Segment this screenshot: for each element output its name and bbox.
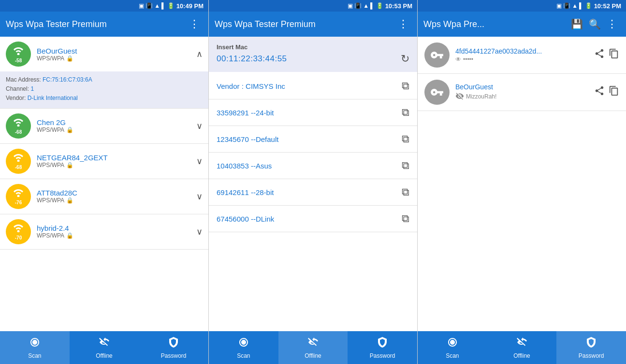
mac-result-0[interactable]: Vendor : CIMSYS Inc ⧉ — [209, 73, 417, 99]
share-icon-0[interactable] — [594, 48, 605, 62]
saved-passwords-list: 4fd54441227ae0032ada2d... 👁 ••••• — [418, 37, 626, 331]
saved-item-1: BeOurGuest MizzouRah! — [418, 74, 626, 111]
eye-hidden-icon-1 — [455, 92, 464, 102]
wifi-icon: ▲ — [154, 2, 160, 9]
status-bar-1: ▣ 📳 ▲ ▌ 🔋 10:49 PM — [0, 0, 208, 12]
chevron-icon-2[interactable]: ∨ — [196, 156, 203, 167]
scan-label-1: Scan — [28, 352, 41, 359]
tab-password-2[interactable]: Password — [348, 331, 417, 364]
eye-icon-0: 👁 — [455, 56, 461, 63]
saved-network-name-1: BeOurGuest — [455, 83, 588, 91]
app-title-1: Wps Wpa Tester Premium — [6, 19, 186, 29]
network-type-3: WPS/WPA 🔒 — [37, 197, 196, 204]
tab-scan-2[interactable]: Scan — [209, 331, 278, 364]
status-time-3: 10:52 PM — [594, 2, 621, 10]
mac-result-4[interactable]: 69142611 --28-bit ⧉ — [209, 179, 417, 206]
network-row-2[interactable]: -68 NETGEAR84_2GEXT WPS/WPA 🔒 ∨ — [0, 144, 208, 179]
svg-point-3 — [17, 195, 20, 197]
copy-icon-0[interactable]: ⧉ — [402, 80, 409, 92]
battery-icon: 🔋 — [167, 2, 175, 9]
network-row-1[interactable]: -68 Chen 2G WPS/WPA 🔒 ∨ — [0, 109, 208, 143]
network-type-2: WPS/WPA 🔒 — [37, 162, 196, 168]
network-detail-0: Mac Address: FC:75:16:C7:03:6A Channel: … — [0, 71, 208, 108]
network-row-3[interactable]: -76 ATT8tad28C WPS/WPA 🔒 ∨ — [0, 179, 208, 214]
network-type-1: WPS/WPA 🔒 — [37, 126, 196, 133]
wifi-signal-icon-0 — [12, 45, 25, 58]
mac-result-2[interactable]: 12345670 --Default ⧉ — [209, 126, 417, 153]
share-icon-1[interactable] — [594, 85, 605, 99]
save-button-3[interactable]: 💾 — [568, 16, 586, 32]
wifi-signal-icon-3 — [12, 187, 25, 200]
search-button-3[interactable]: 🔍 — [586, 16, 604, 32]
password-label-1: Password — [161, 352, 187, 359]
svg-point-5 — [33, 341, 36, 344]
tab-scan-3[interactable]: Scan — [418, 331, 487, 364]
tab-password-1[interactable]: Password — [139, 331, 208, 364]
copy-icon-1[interactable]: ⧉ — [402, 106, 409, 119]
network-type-4: WPS/WPA 🔒 — [37, 232, 196, 239]
wifi-signal-icon-4 — [12, 223, 25, 235]
tab-scan-1[interactable]: Scan — [0, 331, 70, 364]
copy-icon-4[interactable]: ⧉ — [402, 186, 409, 198]
vibrate-icon: 📳 — [146, 2, 153, 9]
menu-button-1[interactable]: ⋮ — [186, 16, 203, 32]
chevron-icon-4[interactable]: ∨ — [196, 226, 203, 237]
network-info-0: BeOurGuest WPS/WPA 🔒 — [37, 47, 196, 62]
mac-result-3[interactable]: 10403853 --Asus ⧉ — [209, 153, 417, 179]
saved-item-0: 4fd54441227ae0032ada2d... 👁 ••••• — [418, 37, 626, 74]
scan-icon-2 — [238, 336, 249, 351]
network-item-0: -58 BeOurGuest WPS/WPA 🔒 ∧ Mac Address: … — [0, 37, 208, 109]
offline-label-2: Offline — [305, 352, 321, 359]
network-row-4[interactable]: -70 hybrid-2.4 WPS/WPA 🔒 ∨ — [0, 214, 208, 249]
signal-strength-1: -68 — [15, 129, 22, 135]
app-bar-2: Wps Wpa Tester Premium ⋮ — [209, 12, 417, 37]
offline-icon-2 — [307, 336, 319, 351]
tab-offline-3[interactable]: Offline — [487, 331, 557, 364]
mac-result-text-2: 12345670 --Default — [217, 135, 278, 143]
lock-icon-1: 🔒 — [66, 126, 73, 133]
lock-icon-2: 🔒 — [66, 162, 73, 168]
refresh-button[interactable]: ↻ — [401, 53, 409, 65]
offline-label-3: Offline — [513, 352, 530, 359]
network-name-1: Chen 2G — [37, 118, 196, 126]
scan-label-2: Scan — [237, 352, 250, 359]
signal-strength-4: -70 — [15, 235, 22, 240]
mac-input-value[interactable]: 00:11:22:33:44:55 — [217, 54, 287, 64]
password-icon-1 — [168, 336, 179, 351]
copy-icon-saved-1[interactable] — [609, 85, 619, 99]
wifi-icon-3: ▲ — [572, 2, 578, 9]
saved-sub-0: 👁 ••••• — [455, 56, 588, 63]
svg-point-7 — [451, 341, 454, 344]
mac-content: Insert Mac 00:11:22:33:44:55 ↻ Vendor : … — [209, 37, 417, 331]
menu-button-2[interactable]: ⋮ — [395, 16, 411, 32]
chevron-icon-1[interactable]: ∨ — [196, 121, 203, 131]
copy-icon-5[interactable]: ⧉ — [402, 212, 409, 225]
tab-password-3[interactable]: Password — [556, 331, 626, 364]
copy-icon-saved-0[interactable] — [609, 48, 619, 62]
key-icon-1 — [424, 80, 450, 105]
password-icon-3 — [585, 336, 597, 351]
chevron-icon-3[interactable]: ∨ — [196, 191, 203, 202]
password-icon-2 — [377, 336, 388, 351]
network-list: -58 BeOurGuest WPS/WPA 🔒 ∧ Mac Address: … — [0, 37, 208, 331]
copy-icon-3[interactable]: ⧉ — [402, 159, 409, 172]
svg-point-0 — [17, 53, 20, 55]
network-row-0[interactable]: -58 BeOurGuest WPS/WPA 🔒 ∧ — [0, 37, 208, 71]
copy-icon-2[interactable]: ⧉ — [402, 133, 409, 145]
wifi-icon-2: ▲ — [363, 2, 369, 9]
tab-offline-1[interactable]: Offline — [70, 331, 139, 364]
network-info-2: NETGEAR84_2GEXT WPS/WPA 🔒 — [37, 154, 196, 168]
network-item-2: -68 NETGEAR84_2GEXT WPS/WPA 🔒 ∨ — [0, 144, 208, 179]
mac-result-5[interactable]: 67456000 --DLink ⧉ — [209, 206, 417, 232]
chevron-icon-0[interactable]: ∧ — [196, 49, 203, 59]
scan-label-3: Scan — [446, 352, 459, 359]
signal-icon: ▌ — [161, 2, 166, 9]
menu-button-3[interactable]: ⋮ — [604, 16, 620, 32]
svg-point-4 — [17, 230, 20, 233]
wifi-signal-icon-2 — [12, 152, 25, 165]
vibrate-icon-2: 📳 — [354, 2, 362, 9]
mac-result-1[interactable]: 33598291 --24-bit ⧉ — [209, 99, 417, 126]
mac-input-row: 00:11:22:33:44:55 ↻ — [217, 53, 409, 65]
wifi-signal-icon-1 — [12, 117, 25, 129]
tab-offline-2[interactable]: Offline — [278, 331, 348, 364]
